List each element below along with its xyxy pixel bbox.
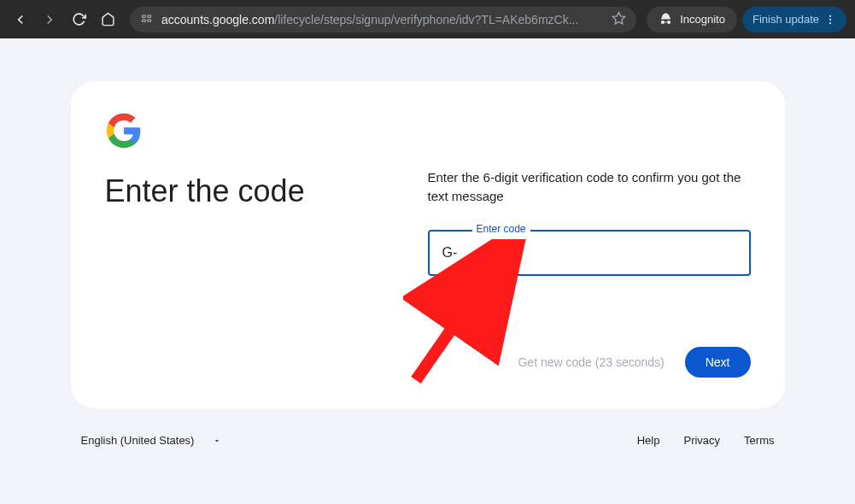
forward-button[interactable] xyxy=(38,8,61,32)
help-link[interactable]: Help xyxy=(637,434,660,447)
more-icon xyxy=(824,14,836,26)
page-footer: English (United States) Help Privacy Ter… xyxy=(71,425,785,455)
svg-rect-1 xyxy=(148,15,151,17)
svg-point-7 xyxy=(829,21,831,23)
get-new-code-button: Get new code (23 seconds) xyxy=(518,355,664,369)
svg-point-6 xyxy=(829,18,831,20)
next-button[interactable]: Next xyxy=(685,347,751,378)
terms-link[interactable]: Terms xyxy=(744,434,774,447)
home-button[interactable] xyxy=(96,8,120,32)
language-select[interactable]: English (United States) xyxy=(81,434,222,447)
reload-button[interactable] xyxy=(67,8,91,32)
finish-update-label: Finish update xyxy=(753,13,819,26)
site-settings-icon[interactable] xyxy=(140,12,153,27)
action-row: Get new code (23 seconds) Next xyxy=(518,347,750,378)
back-button[interactable] xyxy=(9,8,32,32)
privacy-link[interactable]: Privacy xyxy=(683,434,720,447)
incognito-icon xyxy=(659,12,673,26)
language-label: English (United States) xyxy=(81,434,195,447)
svg-marker-4 xyxy=(613,12,625,23)
svg-rect-2 xyxy=(143,19,146,21)
svg-rect-0 xyxy=(143,15,146,17)
svg-rect-3 xyxy=(148,19,151,21)
incognito-label: Incognito xyxy=(680,13,725,26)
page-subtitle: Enter the 6-digit verification code to c… xyxy=(428,168,751,206)
url-path: /lifecycle/steps/signup/verifyphone/idv?… xyxy=(274,13,578,26)
page-content: Enter the code Enter the 6-digit verific… xyxy=(0,38,855,504)
bookmark-star-icon[interactable] xyxy=(605,11,626,28)
address-bar[interactable]: accounts.google.com/lifecycle/steps/sign… xyxy=(130,7,636,32)
finish-update-button[interactable]: Finish update xyxy=(742,7,846,32)
signup-card: Enter the code Enter the 6-digit verific… xyxy=(71,81,785,408)
incognito-indicator[interactable]: Incognito xyxy=(647,7,737,32)
google-logo-icon xyxy=(105,112,143,149)
svg-point-5 xyxy=(829,15,831,16)
card-right-column: Enter the 6-digit verification code to c… xyxy=(428,112,751,378)
page-title: Enter the code xyxy=(105,173,428,209)
chevron-down-icon xyxy=(213,437,221,445)
url-domain: accounts.google.com xyxy=(161,13,274,26)
code-input[interactable] xyxy=(428,230,751,276)
footer-links: Help Privacy Terms xyxy=(637,434,775,447)
card-left-column: Enter the code xyxy=(105,112,428,378)
code-input-wrapper: Enter code xyxy=(428,230,751,276)
code-input-label: Enter code xyxy=(472,223,530,235)
browser-toolbar: accounts.google.com/lifecycle/steps/sign… xyxy=(0,0,855,38)
